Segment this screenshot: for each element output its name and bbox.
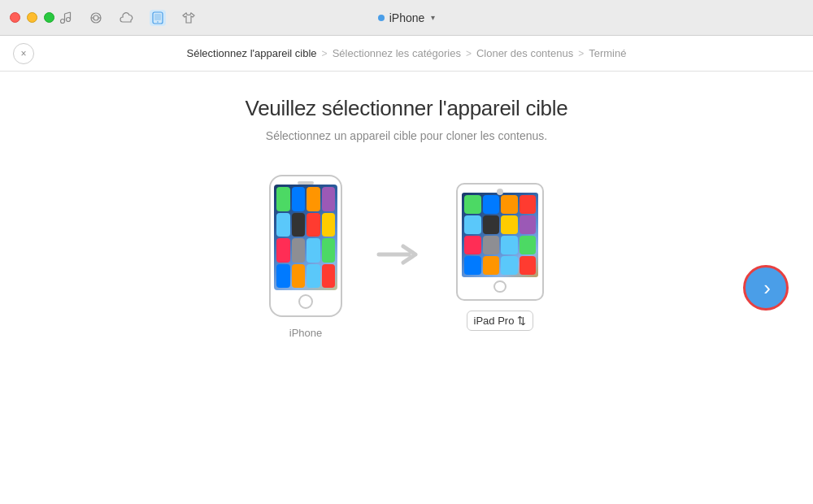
app-icon — [322, 238, 336, 263]
maximize-traffic-light[interactable] — [44, 12, 54, 23]
minimize-traffic-light[interactable] — [27, 12, 37, 23]
traffic-lights — [10, 12, 54, 23]
devices-row: iPhone — [269, 175, 544, 339]
app-icon — [464, 195, 481, 214]
app-icon — [322, 264, 336, 289]
target-device: iPad Pro ⇅ — [456, 183, 544, 331]
breadcrumb-sep1: > — [322, 48, 328, 59]
app-icon — [501, 236, 518, 254]
app-icon — [520, 195, 537, 214]
app-icon — [520, 215, 537, 234]
nav-icons — [57, 10, 197, 26]
next-button-icon: › — [763, 276, 771, 301]
app-icon — [483, 256, 500, 275]
page-title: Veuillez sélectionner l'appareil cible — [246, 96, 568, 121]
source-device-label: iPhone — [289, 327, 322, 339]
app-icon — [464, 256, 481, 275]
app-icon — [292, 213, 306, 237]
device-name-label: iPhone — [389, 11, 425, 24]
svg-point-6 — [93, 15, 98, 20]
app-icon — [483, 195, 500, 214]
ipad-screen — [462, 193, 538, 277]
app-icon — [520, 256, 537, 275]
app-icon — [501, 215, 518, 234]
app-icon — [307, 213, 320, 237]
photo-icon[interactable] — [88, 10, 104, 26]
ipad-frame — [456, 183, 544, 301]
app-icon — [292, 238, 306, 263]
app-icon — [307, 264, 320, 289]
app-icon — [292, 187, 306, 211]
main-content: Veuillez sélectionner l'appareil cible S… — [0, 72, 813, 504]
app-icon — [307, 238, 320, 263]
target-device-select[interactable]: iPad Pro ⇅ — [467, 311, 534, 331]
close-button[interactable]: × — [13, 43, 34, 64]
phone-icon[interactable] — [150, 10, 166, 26]
device-status-dot — [378, 15, 385, 21]
app-icon — [307, 187, 320, 211]
iphone-frame — [269, 175, 342, 317]
app-icon — [276, 187, 290, 211]
app-icon — [483, 215, 500, 234]
breadcrumb-sep3: > — [578, 48, 584, 59]
breadcrumb-sep2: > — [466, 48, 472, 59]
app-icon — [464, 215, 481, 234]
app-icon — [276, 213, 290, 237]
app-icon — [322, 187, 336, 211]
app-icon — [501, 256, 518, 275]
app-icon — [276, 238, 290, 263]
svg-rect-10 — [154, 14, 161, 20]
music-icon[interactable] — [57, 10, 73, 26]
breadcrumb: Sélectionnez l'appareil cible > Sélectio… — [187, 47, 627, 59]
iphone-home-button — [298, 294, 313, 309]
svg-point-11 — [157, 21, 159, 23]
iphone-app-grid — [274, 185, 337, 290]
app-icon — [292, 264, 306, 289]
breadcrumb-step1: Sélectionnez l'appareil cible — [187, 47, 317, 59]
target-device-select-label: iPad Pro — [474, 315, 515, 327]
app-icon — [276, 264, 290, 289]
page-subtitle: Sélectionnez un appareil cible pour clon… — [266, 129, 547, 142]
breadcrumb-step4: Terminé — [589, 47, 626, 59]
ipad-app-grid — [462, 193, 538, 277]
svg-point-1 — [67, 17, 71, 21]
app-icon — [501, 195, 518, 214]
app-icon — [483, 236, 500, 254]
titlebar: iPhone ▾ — [0, 0, 813, 36]
next-button[interactable]: › — [743, 265, 789, 311]
close-traffic-light[interactable] — [10, 12, 20, 23]
target-device-select-arrow: ⇅ — [517, 315, 526, 327]
titlebar-center: iPhone ▾ — [378, 11, 436, 24]
breadcrumb-bar: × Sélectionnez l'appareil cible > Sélect… — [0, 36, 813, 72]
shirt-icon[interactable] — [180, 10, 197, 26]
device-dropdown-arrow[interactable]: ▾ — [431, 13, 435, 22]
ipad-home-button — [493, 280, 506, 293]
transfer-arrow — [375, 237, 424, 277]
app-icon — [464, 236, 481, 254]
source-device: iPhone — [269, 175, 342, 339]
breadcrumb-step3: Cloner des contenus — [476, 47, 573, 59]
cloud-icon[interactable] — [119, 10, 135, 26]
breadcrumb-step2: Sélectionnez les catégories — [333, 47, 461, 59]
iphone-screen — [274, 185, 337, 290]
svg-point-0 — [61, 19, 65, 23]
app-icon — [322, 213, 336, 237]
app-icon — [520, 236, 537, 254]
svg-line-4 — [65, 12, 71, 14]
